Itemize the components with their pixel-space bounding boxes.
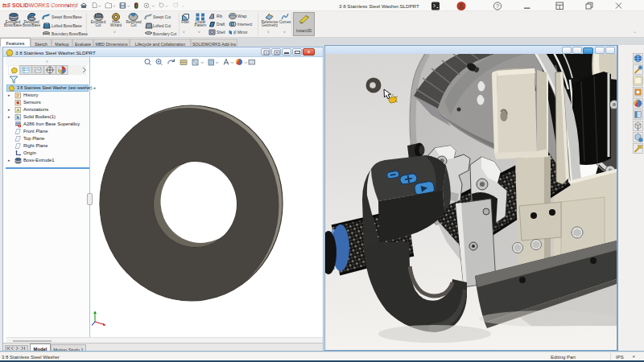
svg-text:A: A [16, 108, 19, 113]
svg-text:?: ? [496, 3, 499, 9]
